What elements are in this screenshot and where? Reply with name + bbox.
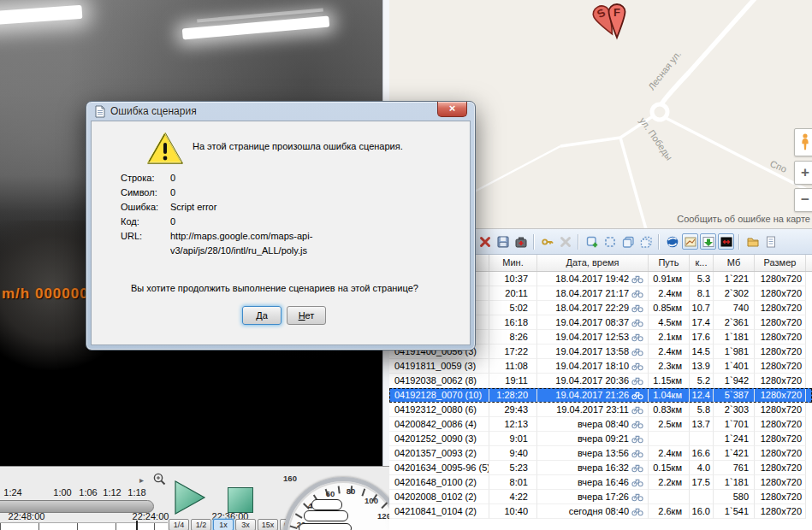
stop-button[interactable] — [228, 487, 253, 513]
seek-ruler[interactable] — [0, 522, 168, 530]
open-folder-icon[interactable] — [744, 233, 761, 250]
cell-megabytes: 1`241 — [714, 432, 755, 446]
play-button[interactable] — [174, 480, 206, 515]
table-row[interactable]: 04192312_0080 (6) 29:43 19.04.2017 23:11… — [389, 403, 812, 417]
cell-speed: 5.3 — [690, 272, 714, 286]
header-date[interactable]: Дата, время — [537, 255, 649, 271]
route-markers[interactable]: S F — [586, 2, 646, 46]
seek-position-marker[interactable] — [136, 521, 138, 530]
cell-distance: 2.4км — [649, 344, 690, 359]
warning-icon — [146, 132, 184, 168]
image-export-icon[interactable] — [700, 233, 716, 250]
minute-label: 1:00 — [50, 487, 75, 498]
table-row[interactable]: 04201648_0100 (2) 8:01 вчера 16:46 2.2км… — [389, 475, 812, 490]
cell-datetime: вчера 13:56 — [537, 446, 649, 461]
frames-selection-icon[interactable] — [637, 233, 654, 250]
save-icon[interactable] — [495, 233, 511, 250]
speed-button[interactable]: 15x — [258, 519, 278, 530]
minute-label: 1:24 — [0, 487, 26, 498]
frame-icon[interactable] — [602, 233, 618, 250]
speed-button[interactable]: 1x — [213, 519, 234, 530]
table-row[interactable]: 04201634_0095-96 (5) 5:23 вчера 16:32 0.… — [389, 461, 812, 475]
map-zoom-out-button[interactable]: − — [794, 188, 812, 212]
cell-distance: 1.15км — [649, 374, 690, 388]
cell-duration: 8:26 — [489, 330, 537, 344]
timeline-expand-icon[interactable]: ▸ — [139, 475, 144, 485]
table-row[interactable]: 04200842_0086 (4) 12:13 вчера 08:40 2.5к… — [389, 417, 812, 432]
add-frame-icon[interactable] — [584, 233, 600, 250]
frames-icon[interactable] — [619, 233, 636, 250]
header-speed[interactable]: к... — [690, 255, 714, 271]
field-label: Ошибка: — [121, 200, 170, 215]
cell-duration: 9:01 — [489, 432, 537, 446]
track-icon — [631, 448, 643, 458]
timeline-zoom-icon[interactable] — [152, 472, 168, 489]
cell-speed: 16.0 — [690, 504, 714, 519]
cell-speed: 8.1 — [690, 286, 714, 301]
table-row[interactable]: 04191811_0059 (3) 11:08 19.04.2017 18:10… — [389, 359, 812, 374]
cell-distance: 0.91км — [649, 272, 690, 286]
cell-resolution: 1280x720 — [755, 490, 806, 504]
cell-megabytes: 1`181 — [714, 330, 755, 344]
app-window: m/h 0000000 ▸ 1:001:061:121:181:24 22:24… — [0, 0, 812, 530]
map-report-error-link[interactable]: Сообщить об ошибке на карте — [677, 214, 810, 224]
track-icon — [631, 274, 643, 284]
dialog-titlebar[interactable]: Ошибка сценария — [86, 102, 475, 121]
speed-button[interactable]: 1/4 — [169, 519, 189, 530]
cell-speed: 17.4 — [690, 315, 714, 330]
continue-question: Вы хотите продолжить выполнение сценарие… — [131, 283, 418, 293]
repair-icon[interactable] — [513, 233, 529, 250]
field-value: http://maps.google.com/maps-api- v3/api/… — [170, 229, 312, 258]
remove-track-icon — [557, 233, 573, 250]
cell-megabytes: 2`302 — [714, 286, 755, 301]
cell-megabytes: 1`981 — [714, 344, 755, 359]
yes-button[interactable]: Да — [242, 306, 282, 325]
speed-button[interactable]: 3x — [235, 519, 256, 530]
toolbar-separator — [738, 234, 740, 250]
map-zoom-in-button[interactable]: + — [794, 161, 812, 185]
error-field: Код: 0 — [121, 215, 454, 229]
table-row[interactable]: 04192038_0062 (8) 19:11 19.04.2017 20:36… — [389, 374, 812, 388]
cell-speed: 12.4 — [690, 388, 714, 403]
pegman-button[interactable] — [794, 128, 812, 156]
cell-distance: 2.3км — [649, 359, 690, 374]
delete-icon[interactable] — [477, 233, 493, 250]
field-value: 0 — [170, 215, 175, 229]
google-earth-icon[interactable] — [664, 233, 680, 250]
cell-speed: 13.7 — [690, 417, 714, 432]
cell-resolution: 1280x720 — [755, 301, 806, 315]
table-row[interactable]: 04210841_0104 (2) 10:40 сегодня 08:40 2.… — [389, 504, 812, 519]
gauge-display-box — [311, 499, 342, 510]
no-button[interactable]: Нет — [287, 306, 326, 325]
speed-button[interactable]: 1/2 — [191, 519, 211, 530]
key-icon[interactable] — [539, 233, 555, 250]
map-view-icon[interactable] — [682, 233, 698, 250]
video-export-icon[interactable] — [718, 233, 734, 250]
field-label: Код: — [121, 215, 170, 229]
close-icon[interactable]: × — [437, 102, 467, 117]
table-row[interactable]: 04201252_0090 (3) 9:01 вчера 09:21 1`241… — [389, 432, 812, 446]
track-icon — [631, 404, 643, 415]
table-row[interactable]: 04192128_0070 (10) 1:28:20 19.04.2017 21… — [389, 388, 812, 403]
cell-filename: 04192312_0080 (6) — [389, 403, 489, 417]
cell-datetime: 18.04.2017 22:29 — [537, 301, 649, 315]
cell-resolution: 1280x720 — [755, 330, 806, 344]
table-row[interactable]: 04201357_0093 (2) 9:40 вчера 13:56 2.4км… — [389, 446, 812, 461]
cell-datetime: вчера 17:26 — [537, 490, 649, 504]
gauge-label: 100 — [362, 496, 381, 505]
field-label: URL: — [121, 229, 170, 258]
cell-resolution: 1280x720 — [755, 417, 806, 432]
cell-resolution: 1280x720 — [755, 374, 806, 388]
table-row[interactable]: 04202008_0102 (2) 4:22 вчера 17:26 580 1… — [389, 490, 812, 504]
error-field: Строка: 0 — [121, 171, 454, 186]
cell-distance: 2.2км — [649, 475, 690, 490]
header-mb[interactable]: Мб — [714, 255, 755, 271]
header-path[interactable]: Путь — [649, 255, 690, 271]
cell-resolution: 1280x720 — [755, 432, 806, 446]
report-icon[interactable] — [762, 233, 779, 250]
header-size[interactable]: Размер — [755, 255, 806, 271]
cell-speed: 17.5 — [690, 475, 714, 490]
cell-duration: 10:40 — [489, 504, 537, 519]
cell-datetime: вчера 08:40 — [537, 417, 649, 432]
header-min[interactable]: Мин. — [489, 255, 537, 271]
